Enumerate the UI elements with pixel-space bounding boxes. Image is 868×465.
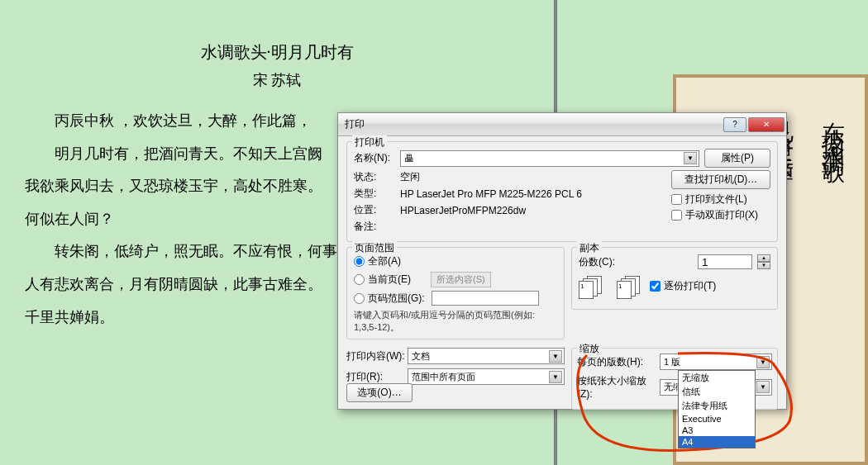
copies-spinner[interactable]: ▲▼ <box>757 254 770 269</box>
print-what-label: 打印内容(W): <box>346 349 408 363</box>
titlebar[interactable]: 打印 ? ✕ <box>338 113 786 136</box>
range-current-radio[interactable] <box>354 274 365 285</box>
range-all-radio[interactable] <box>354 256 365 267</box>
print-dialog: 打印 ? ✕ 打印机 名称(N): 🖶 属性(P) 状态:空闲 <box>337 112 787 410</box>
scale-option[interactable]: 无缩放 <box>679 371 755 385</box>
find-printer-button[interactable]: 查找打印机(D)… <box>671 170 770 189</box>
doc-author: 宋 苏轼 <box>25 70 529 90</box>
print-pages-combo[interactable]: 范围中所有页面 <box>408 368 565 385</box>
print-what-combo[interactable]: 文档 <box>408 348 565 364</box>
print-to-file-checkbox[interactable] <box>671 194 682 205</box>
collate-checkbox[interactable] <box>650 281 661 292</box>
range-pages-label: 页码范围(G): <box>368 292 425 306</box>
group-label: 缩放 <box>577 342 602 356</box>
printer-icon: 🖶 <box>404 153 414 164</box>
scale-fit-label: 按纸张大小缩放(Z): <box>577 374 660 400</box>
scale-option[interactable]: 信纸 <box>679 385 755 399</box>
vertical-text: 东坡词水调歌 <box>817 102 848 437</box>
collate-label: 逐份打印(T) <box>664 279 716 293</box>
print-label: 打印(R): <box>346 370 408 384</box>
pages-input[interactable] <box>432 291 539 306</box>
scale-option[interactable]: A3 <box>679 425 755 436</box>
range-selection-button: 所选内容(S) <box>431 272 491 287</box>
range-all-label: 全部(A) <box>368 254 401 268</box>
doc-title: 水调歌头·明月几时有 <box>25 41 529 64</box>
group-label: 打印机 <box>352 135 387 149</box>
name-label: 名称(N): <box>354 151 400 165</box>
scale-option[interactable]: 法律专用纸 <box>679 399 755 413</box>
status-value: 空闲 <box>400 170 671 184</box>
dialog-title: 打印 <box>345 117 723 131</box>
status-label: 状态: <box>354 170 400 184</box>
copies-input[interactable] <box>698 254 752 269</box>
per-sheet-label: 每页的版数(H): <box>577 355 660 369</box>
scale-dropdown-list[interactable]: 无缩放 信纸 法律专用纸 Executive A3 A4 <box>678 370 756 448</box>
scale-option-selected[interactable]: A4 <box>679 436 755 448</box>
options-button[interactable]: 选项(O)… <box>346 383 413 402</box>
printer-group: 打印机 名称(N): 🖶 属性(P) 状态:空闲 类型:HP LaserJet … <box>346 141 778 242</box>
where-label: 位置: <box>354 203 400 217</box>
close-button[interactable]: ✕ <box>748 117 785 132</box>
group-label: 副本 <box>577 241 602 255</box>
duplex-label: 手动双面打印(X) <box>685 208 758 222</box>
range-pages-radio[interactable] <box>354 293 365 304</box>
range-current-label: 当前页(E) <box>368 273 411 287</box>
per-sheet-combo[interactable]: 1 版 <box>660 353 772 370</box>
scale-option[interactable]: Executive <box>679 413 755 425</box>
print-pages-value: 范围中所有页面 <box>412 371 475 383</box>
duplex-checkbox[interactable] <box>671 210 682 221</box>
per-sheet-value: 1 版 <box>664 356 680 368</box>
range-hint: 请键入页码和/或用逗号分隔的页码范围(例如: 1,3,5-12)。 <box>354 309 557 334</box>
where-value: HPLaserJetProMFPM226dw <box>400 205 671 216</box>
type-value: HP LaserJet Pro MFP M225-M226 PCL 6 <box>400 188 671 200</box>
group-label: 页面范围 <box>352 241 397 255</box>
copies-label: 份数(C): <box>579 255 615 269</box>
collate-preview: 321 321 <box>579 276 640 299</box>
help-button[interactable]: ? <box>723 117 746 132</box>
print-to-file-label: 打印到文件(L) <box>685 192 747 206</box>
comment-label: 备注: <box>354 220 400 234</box>
copies-group: 副本 份数(C): ▲▼ 321 321 逐份打印(T) <box>571 247 778 310</box>
type-label: 类型: <box>354 187 400 201</box>
print-what-value: 文档 <box>412 350 430 363</box>
printer-name-combo[interactable]: 🖶 <box>400 150 699 167</box>
page-range-group: 页面范围 全部(A) 当前页(E) 所选内容(S) 页码范围(G): 请键入页码… <box>346 247 565 339</box>
properties-button[interactable]: 属性(P) <box>704 149 770 168</box>
